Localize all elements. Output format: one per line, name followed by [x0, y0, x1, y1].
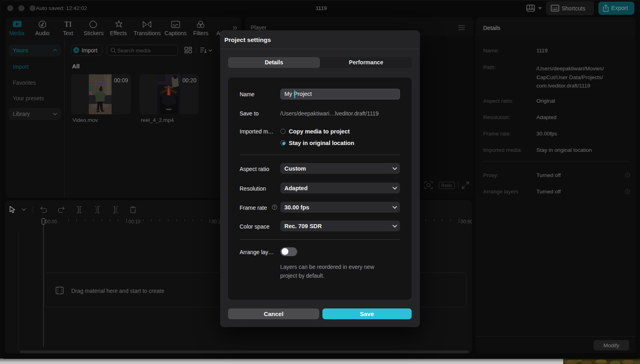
svg-text:Content: Content — [95, 80, 105, 83]
svg-text:Creation: Creation — [95, 84, 105, 86]
